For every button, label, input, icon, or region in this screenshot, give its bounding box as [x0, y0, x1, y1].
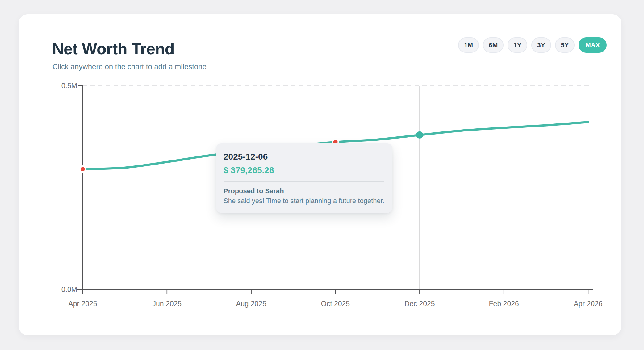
x-axis-label: Feb 2026: [489, 300, 519, 308]
milestone-dot[interactable]: [80, 166, 86, 172]
milestone-tooltip: 2025-12-06 $ 379,265.28 Proposed to Sara…: [216, 143, 392, 213]
tooltip-milestone-title: Proposed to Sarah: [224, 187, 384, 195]
tooltip-milestone-description: She said yes! Time to start planning a f…: [224, 197, 384, 205]
hover-point-dot[interactable]: [416, 131, 423, 139]
tooltip-date: 2025-12-06: [224, 152, 384, 162]
x-axis-label: Apr 2025: [68, 300, 97, 308]
tooltip-value: $ 379,265.28: [224, 165, 384, 175]
tooltip-divider: [224, 181, 384, 182]
x-axis-label: Aug 2025: [236, 300, 266, 308]
x-axis-label: Dec 2025: [404, 300, 435, 308]
y-axis-label-max: 0.5M: [61, 82, 77, 90]
x-axis-label: Oct 2025: [321, 300, 350, 308]
x-axis-label: Apr 2026: [574, 300, 602, 308]
x-axis-label: Jun 2025: [153, 300, 182, 308]
y-axis-label-zero: 0.0M: [61, 285, 77, 294]
